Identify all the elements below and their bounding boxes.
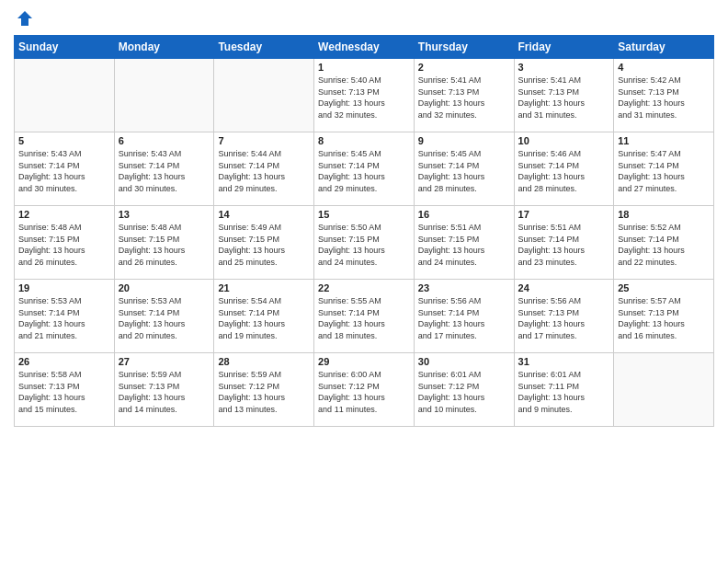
- day-info: Sunrise: 5:51 AM Sunset: 7:15 PM Dayligh…: [418, 222, 510, 268]
- day-number: 16: [418, 209, 510, 220]
- day-info: Sunrise: 5:53 AM Sunset: 7:14 PM Dayligh…: [18, 295, 110, 341]
- day-number: 19: [18, 282, 110, 293]
- day-number: 1: [318, 62, 410, 73]
- day-info: Sunrise: 6:01 AM Sunset: 7:12 PM Dayligh…: [418, 369, 510, 415]
- day-number: 25: [618, 282, 710, 293]
- day-info: Sunrise: 5:41 AM Sunset: 7:13 PM Dayligh…: [418, 75, 510, 121]
- day-cell: 19Sunrise: 5:53 AM Sunset: 7:14 PM Dayli…: [15, 280, 115, 353]
- day-number: 14: [218, 209, 310, 220]
- week-row-2: 5Sunrise: 5:43 AM Sunset: 7:14 PM Daylig…: [15, 132, 714, 206]
- day-cell: 17Sunrise: 5:51 AM Sunset: 7:14 PM Dayli…: [514, 206, 614, 280]
- day-cell: [614, 353, 714, 427]
- day-info: Sunrise: 5:58 AM Sunset: 7:13 PM Dayligh…: [18, 369, 110, 415]
- week-row-4: 19Sunrise: 5:53 AM Sunset: 7:14 PM Dayli…: [15, 280, 714, 353]
- day-cell: 27Sunrise: 5:59 AM Sunset: 7:13 PM Dayli…: [114, 353, 214, 427]
- day-number: 12: [18, 209, 110, 220]
- day-number: 29: [318, 356, 410, 367]
- day-info: Sunrise: 5:54 AM Sunset: 7:14 PM Dayligh…: [218, 295, 310, 341]
- day-number: 17: [518, 209, 610, 220]
- weekday-monday: Monday: [114, 36, 214, 59]
- day-number: 8: [318, 135, 410, 146]
- day-cell: 16Sunrise: 5:51 AM Sunset: 7:15 PM Dayli…: [414, 206, 514, 280]
- day-info: Sunrise: 5:48 AM Sunset: 7:15 PM Dayligh…: [18, 222, 110, 268]
- day-cell: 24Sunrise: 5:56 AM Sunset: 7:13 PM Dayli…: [514, 280, 614, 353]
- week-row-3: 12Sunrise: 5:48 AM Sunset: 7:15 PM Dayli…: [15, 206, 714, 280]
- day-cell: [15, 59, 115, 132]
- day-number: 7: [218, 135, 310, 146]
- day-info: Sunrise: 6:01 AM Sunset: 7:11 PM Dayligh…: [518, 369, 610, 415]
- day-info: Sunrise: 5:59 AM Sunset: 7:12 PM Dayligh…: [218, 369, 310, 415]
- day-number: 15: [318, 209, 410, 220]
- day-cell: 30Sunrise: 6:01 AM Sunset: 7:12 PM Dayli…: [414, 353, 514, 427]
- day-info: Sunrise: 5:50 AM Sunset: 7:15 PM Dayligh…: [318, 222, 410, 268]
- day-info: Sunrise: 5:45 AM Sunset: 7:14 PM Dayligh…: [318, 148, 410, 194]
- day-info: Sunrise: 5:44 AM Sunset: 7:14 PM Dayligh…: [218, 148, 310, 194]
- day-number: 4: [618, 62, 710, 73]
- logo-icon: [16, 9, 34, 28]
- day-cell: 23Sunrise: 5:56 AM Sunset: 7:14 PM Dayli…: [414, 280, 514, 353]
- page: SundayMondayTuesdayWednesdayThursdayFrid…: [0, 0, 728, 563]
- day-info: Sunrise: 5:41 AM Sunset: 7:13 PM Dayligh…: [518, 75, 610, 121]
- day-info: Sunrise: 5:46 AM Sunset: 7:14 PM Dayligh…: [518, 148, 610, 194]
- day-cell: 1Sunrise: 5:40 AM Sunset: 7:13 PM Daylig…: [314, 59, 415, 132]
- weekday-saturday: Saturday: [614, 36, 714, 59]
- day-info: Sunrise: 6:00 AM Sunset: 7:12 PM Dayligh…: [318, 369, 410, 415]
- weekday-thursday: Thursday: [414, 36, 514, 59]
- day-info: Sunrise: 5:47 AM Sunset: 7:14 PM Dayligh…: [618, 148, 710, 194]
- day-cell: 18Sunrise: 5:52 AM Sunset: 7:14 PM Dayli…: [614, 206, 714, 280]
- header: [14, 9, 714, 28]
- day-cell: 6Sunrise: 5:43 AM Sunset: 7:14 PM Daylig…: [114, 132, 214, 206]
- day-info: Sunrise: 5:57 AM Sunset: 7:13 PM Dayligh…: [618, 295, 710, 341]
- day-cell: 29Sunrise: 6:00 AM Sunset: 7:12 PM Dayli…: [314, 353, 415, 427]
- day-info: Sunrise: 5:42 AM Sunset: 7:13 PM Dayligh…: [618, 75, 710, 121]
- logo: [14, 9, 38, 28]
- day-number: 18: [618, 209, 710, 220]
- day-number: 2: [418, 62, 510, 73]
- day-info: Sunrise: 5:53 AM Sunset: 7:14 PM Dayligh…: [119, 295, 210, 341]
- day-cell: 4Sunrise: 5:42 AM Sunset: 7:13 PM Daylig…: [614, 59, 714, 132]
- day-cell: 3Sunrise: 5:41 AM Sunset: 7:13 PM Daylig…: [514, 59, 614, 132]
- day-cell: 22Sunrise: 5:55 AM Sunset: 7:14 PM Dayli…: [314, 280, 415, 353]
- day-cell: 10Sunrise: 5:46 AM Sunset: 7:14 PM Dayli…: [514, 132, 614, 206]
- day-info: Sunrise: 5:49 AM Sunset: 7:15 PM Dayligh…: [218, 222, 310, 268]
- day-info: Sunrise: 5:40 AM Sunset: 7:13 PM Dayligh…: [318, 75, 410, 121]
- day-number: 11: [618, 135, 710, 146]
- weekday-friday: Friday: [514, 36, 614, 59]
- day-cell: 13Sunrise: 5:48 AM Sunset: 7:15 PM Dayli…: [114, 206, 214, 280]
- day-cell: 8Sunrise: 5:45 AM Sunset: 7:14 PM Daylig…: [314, 132, 415, 206]
- day-info: Sunrise: 5:45 AM Sunset: 7:14 PM Dayligh…: [418, 148, 510, 194]
- day-number: 6: [119, 135, 210, 146]
- day-number: 27: [119, 356, 210, 367]
- day-number: 5: [18, 135, 110, 146]
- week-row-1: 1Sunrise: 5:40 AM Sunset: 7:13 PM Daylig…: [15, 59, 714, 132]
- day-number: 30: [418, 356, 510, 367]
- day-cell: 21Sunrise: 5:54 AM Sunset: 7:14 PM Dayli…: [214, 280, 314, 353]
- day-cell: 31Sunrise: 6:01 AM Sunset: 7:11 PM Dayli…: [514, 353, 614, 427]
- day-cell: 15Sunrise: 5:50 AM Sunset: 7:15 PM Dayli…: [314, 206, 415, 280]
- day-info: Sunrise: 5:43 AM Sunset: 7:14 PM Dayligh…: [18, 148, 110, 194]
- day-cell: 20Sunrise: 5:53 AM Sunset: 7:14 PM Dayli…: [114, 280, 214, 353]
- day-number: 23: [418, 282, 510, 293]
- day-cell: 26Sunrise: 5:58 AM Sunset: 7:13 PM Dayli…: [15, 353, 115, 427]
- day-info: Sunrise: 5:59 AM Sunset: 7:13 PM Dayligh…: [119, 369, 210, 415]
- svg-marker-0: [17, 11, 32, 26]
- weekday-sunday: Sunday: [15, 36, 115, 59]
- day-info: Sunrise: 5:48 AM Sunset: 7:15 PM Dayligh…: [119, 222, 210, 268]
- day-number: 3: [518, 62, 610, 73]
- day-info: Sunrise: 5:52 AM Sunset: 7:14 PM Dayligh…: [618, 222, 710, 268]
- day-number: 21: [218, 282, 310, 293]
- day-cell: 2Sunrise: 5:41 AM Sunset: 7:13 PM Daylig…: [414, 59, 514, 132]
- day-info: Sunrise: 5:55 AM Sunset: 7:14 PM Dayligh…: [318, 295, 410, 341]
- day-cell: 12Sunrise: 5:48 AM Sunset: 7:15 PM Dayli…: [15, 206, 115, 280]
- day-info: Sunrise: 5:56 AM Sunset: 7:14 PM Dayligh…: [418, 295, 510, 341]
- day-info: Sunrise: 5:56 AM Sunset: 7:13 PM Dayligh…: [518, 295, 610, 341]
- day-number: 22: [318, 282, 410, 293]
- day-cell: 11Sunrise: 5:47 AM Sunset: 7:14 PM Dayli…: [614, 132, 714, 206]
- day-number: 9: [418, 135, 510, 146]
- day-number: 31: [518, 356, 610, 367]
- day-number: 20: [119, 282, 210, 293]
- calendar-table: SundayMondayTuesdayWednesdayThursdayFrid…: [14, 35, 714, 427]
- weekday-wednesday: Wednesday: [314, 36, 415, 59]
- day-cell: 25Sunrise: 5:57 AM Sunset: 7:13 PM Dayli…: [614, 280, 714, 353]
- day-cell: 7Sunrise: 5:44 AM Sunset: 7:14 PM Daylig…: [214, 132, 314, 206]
